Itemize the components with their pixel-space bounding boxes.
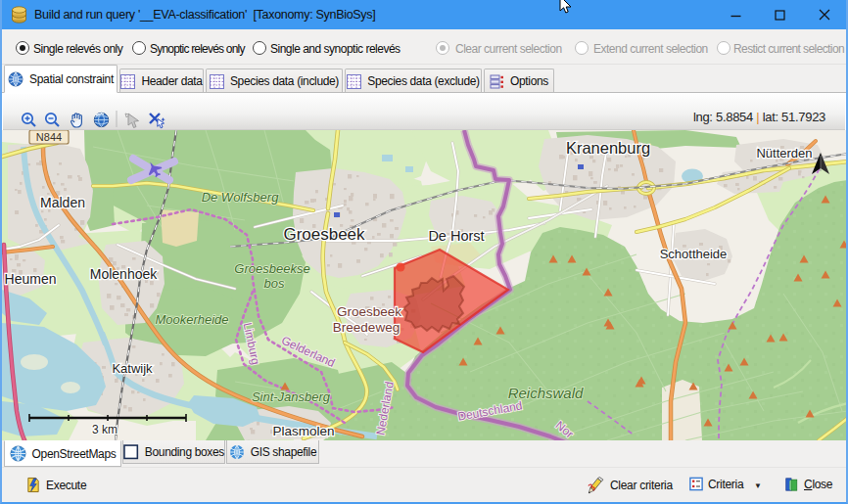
svg-text:Breedeweg: Breedeweg xyxy=(333,320,400,335)
svg-text:Heumen: Heumen xyxy=(5,271,57,287)
svg-text:N844: N844 xyxy=(36,131,62,143)
svg-text:3 km: 3 km xyxy=(92,423,118,436)
svg-text:Mookerheide: Mookerheide xyxy=(155,312,228,327)
svg-text:Malden: Malden xyxy=(40,195,85,210)
svg-text:Groesbeek: Groesbeek xyxy=(283,225,365,244)
svg-text:Groesbeekse: Groesbeekse xyxy=(234,261,309,276)
svg-text:Sint-Jansberg: Sint-Jansberg xyxy=(252,389,331,404)
svg-text:Kranenburg: Kranenburg xyxy=(566,139,650,157)
svg-text:De Horst: De Horst xyxy=(428,228,484,244)
svg-text:bos: bos xyxy=(264,276,285,291)
svg-text:Groesbeek: Groesbeek xyxy=(337,304,401,319)
svg-text:Plasmolen: Plasmolen xyxy=(272,424,334,438)
svg-text:Nütterden: Nütterden xyxy=(756,146,812,160)
svg-text:Schottheide: Schottheide xyxy=(660,247,728,261)
svg-text:De Wolfsberg: De Wolfsberg xyxy=(202,190,280,205)
svg-text:Molenhoek: Molenhoek xyxy=(90,266,158,282)
svg-text:Katwijk: Katwijk xyxy=(112,361,153,376)
